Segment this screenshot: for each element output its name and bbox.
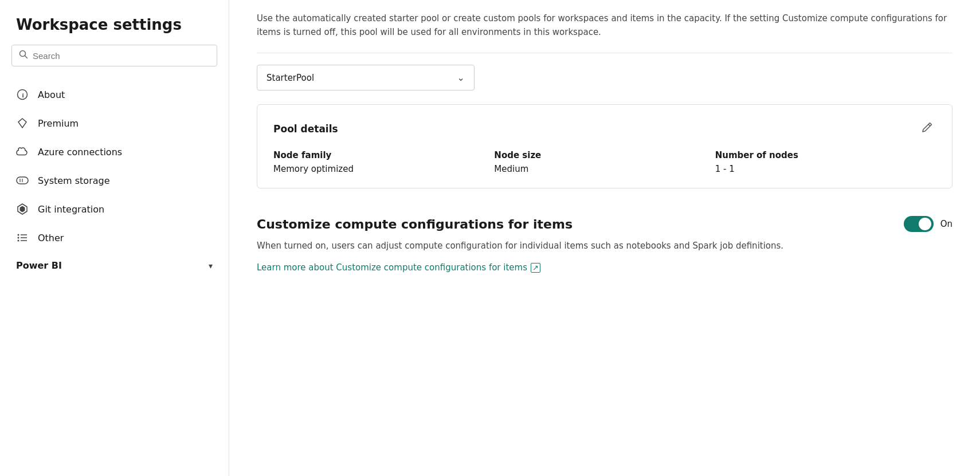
customize-header-row: Customize compute configurations for ite… <box>257 216 952 232</box>
pool-detail-node-family-value: Memory optimized <box>273 164 494 174</box>
sidebar: Workspace settings i About <box>0 0 229 476</box>
page-title: Workspace settings <box>0 0 229 45</box>
pool-details-card: Pool details Node family Memory optimize… <box>257 104 952 188</box>
customize-description: When turned on, users can adjust compute… <box>257 239 952 253</box>
toggle-row: On <box>904 216 952 232</box>
sidebar-group-powerbi-header[interactable]: Power BI ▾ <box>16 260 213 271</box>
svg-text:i: i <box>22 92 24 99</box>
sidebar-item-system-storage-label: System storage <box>38 175 110 186</box>
svg-point-12 <box>18 240 19 242</box>
svg-line-16 <box>928 124 930 126</box>
sidebar-group-powerbi-label: Power BI <box>16 260 62 271</box>
sidebar-item-other[interactable]: Other <box>0 223 229 252</box>
pool-detail-node-size-label: Node size <box>494 150 715 160</box>
edit-icon[interactable] <box>919 119 936 139</box>
pool-details-header: Pool details <box>273 119 936 139</box>
svg-point-10 <box>18 234 19 236</box>
pool-details-grid: Node family Memory optimized Node size M… <box>273 150 936 174</box>
pool-detail-number-of-nodes-label: Number of nodes <box>715 150 936 160</box>
git-icon <box>16 203 29 215</box>
info-icon: i <box>16 88 29 101</box>
main-content: Use the automatically created starter po… <box>229 0 980 476</box>
pool-details-title: Pool details <box>273 123 338 135</box>
toggle-label: On <box>940 219 952 229</box>
learn-more-text: Learn more about Customize compute confi… <box>257 262 527 273</box>
pool-dropdown[interactable]: StarterPool ⌄ <box>257 65 475 91</box>
toggle-switch[interactable] <box>904 216 934 232</box>
sidebar-group-powerbi[interactable]: Power BI ▾ <box>0 252 229 279</box>
sidebar-item-git-integration-label: Git integration <box>38 204 104 215</box>
sidebar-item-azure-connections-label: Azure connections <box>38 147 122 158</box>
toggle-slider <box>904 216 934 232</box>
pool-detail-number-of-nodes-value: 1 - 1 <box>715 164 936 174</box>
pool-detail-number-of-nodes: Number of nodes 1 - 1 <box>715 150 936 174</box>
svg-marker-9 <box>20 206 25 212</box>
pool-detail-node-family-label: Node family <box>273 150 494 160</box>
sidebar-nav: i About Premium Azure connections <box>0 76 229 284</box>
cloud-icon <box>16 145 29 158</box>
pool-detail-node-size: Node size Medium <box>494 150 715 174</box>
pool-dropdown-chevron-icon: ⌄ <box>457 72 465 83</box>
storage-icon <box>16 174 29 187</box>
sidebar-item-premium[interactable]: Premium <box>0 109 229 137</box>
pool-selector-row: StarterPool ⌄ <box>257 65 952 91</box>
sidebar-item-premium-label: Premium <box>38 118 79 129</box>
pool-detail-node-family: Node family Memory optimized <box>273 150 494 174</box>
customize-title: Customize compute configurations for ite… <box>257 217 573 231</box>
diamond-icon <box>16 117 29 129</box>
search-icon <box>19 50 28 61</box>
external-link-icon: ↗ <box>531 263 540 273</box>
sidebar-item-git-integration[interactable]: Git integration <box>0 195 229 223</box>
search-box[interactable] <box>11 45 217 66</box>
learn-more-link[interactable]: Learn more about Customize compute confi… <box>257 262 540 273</box>
sidebar-item-other-label: Other <box>38 233 64 243</box>
description-text: Use the automatically created starter po… <box>257 0 952 53</box>
pool-dropdown-value: StarterPool <box>266 73 314 83</box>
pool-detail-node-size-value: Medium <box>494 164 715 174</box>
sidebar-item-system-storage[interactable]: System storage <box>0 166 229 195</box>
chevron-down-icon: ▾ <box>209 261 213 270</box>
search-input[interactable] <box>33 51 210 61</box>
svg-line-1 <box>25 56 28 58</box>
search-container <box>0 45 229 76</box>
sidebar-item-about-label: About <box>38 89 65 100</box>
sidebar-item-azure-connections[interactable]: Azure connections <box>0 137 229 166</box>
customize-section: Customize compute configurations for ite… <box>257 211 952 273</box>
svg-marker-4 <box>18 119 26 128</box>
other-icon <box>16 231 29 244</box>
svg-point-11 <box>18 237 19 239</box>
sidebar-item-about[interactable]: i About <box>0 80 229 109</box>
